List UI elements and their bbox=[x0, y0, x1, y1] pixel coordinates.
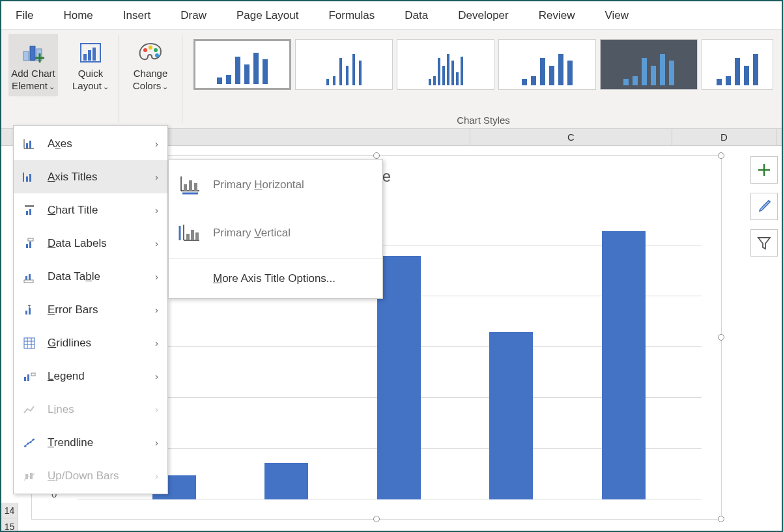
svg-rect-59 bbox=[191, 230, 194, 240]
chart-filter-button[interactable] bbox=[750, 229, 778, 257]
row-header-15[interactable]: 15 bbox=[1, 519, 18, 532]
svg-rect-1 bbox=[30, 46, 35, 61]
menu-up-down-bars: Up/Down Bars › bbox=[14, 459, 167, 492]
menu-data-table[interactable]: Data Table › bbox=[14, 260, 167, 293]
col-header-c[interactable]: C bbox=[470, 129, 672, 145]
tab-formulas[interactable]: Formulas bbox=[327, 5, 376, 26]
svg-rect-6 bbox=[83, 54, 87, 61]
menu-chart-title[interactable]: Chart Title › bbox=[14, 193, 167, 227]
ribbon-content: Add Chart Element⌄ Quick Layout⌄ bbox=[1, 30, 782, 129]
chevron-right-icon: › bbox=[155, 337, 158, 348]
tab-file[interactable]: File bbox=[14, 5, 35, 26]
menu-gridlines[interactable]: Gridlines › bbox=[14, 326, 167, 359]
chevron-right-icon: › bbox=[155, 304, 158, 315]
svg-rect-30 bbox=[24, 280, 33, 283]
tab-review[interactable]: Review bbox=[537, 5, 577, 26]
gridlines-icon bbox=[20, 336, 38, 350]
svg-rect-27 bbox=[28, 238, 33, 241]
submenu-more-options[interactable]: More Axis Title Options... bbox=[169, 260, 382, 297]
svg-rect-8 bbox=[93, 48, 96, 61]
svg-rect-42 bbox=[31, 373, 35, 376]
svg-line-47 bbox=[24, 439, 35, 447]
tab-draw[interactable]: Draw bbox=[179, 5, 208, 26]
svg-rect-22 bbox=[25, 205, 34, 207]
funnel-icon bbox=[756, 234, 773, 251]
svg-rect-35 bbox=[24, 338, 35, 348]
svg-rect-7 bbox=[88, 50, 91, 61]
chart-style-6[interactable] bbox=[702, 39, 773, 90]
svg-rect-32 bbox=[29, 308, 31, 315]
ribbon-tabs: File Home Insert Draw Page Layout Formul… bbox=[1, 1, 782, 30]
svg-point-9 bbox=[143, 48, 147, 52]
svg-rect-0 bbox=[23, 51, 29, 61]
add-chart-element-button[interactable]: Add Chart Element⌄ bbox=[8, 34, 58, 96]
chart-style-1[interactable] bbox=[193, 39, 291, 90]
col-header-d[interactable]: D bbox=[672, 129, 776, 145]
svg-point-10 bbox=[149, 46, 152, 49]
change-colors-button[interactable]: Change Colors⌄ bbox=[130, 34, 171, 96]
chevron-right-icon: › bbox=[155, 404, 158, 415]
chart-elements-button[interactable] bbox=[750, 156, 778, 184]
tab-view[interactable]: View bbox=[603, 5, 630, 26]
add-chart-element-icon bbox=[20, 38, 47, 68]
chart-style-5[interactable] bbox=[600, 39, 698, 90]
submenu-primary-vertical[interactable]: Primary Vertical bbox=[169, 209, 382, 257]
svg-rect-53 bbox=[189, 180, 192, 191]
tab-home[interactable]: Home bbox=[62, 5, 94, 26]
chevron-right-icon: › bbox=[155, 470, 158, 481]
up-down-bars-icon bbox=[20, 469, 38, 483]
axis-titles-submenu: Primary Horizontal Primary Vertical More… bbox=[168, 159, 383, 299]
data-table-icon bbox=[20, 270, 38, 284]
svg-rect-60 bbox=[195, 232, 199, 240]
lines-icon bbox=[20, 402, 38, 417]
svg-rect-29 bbox=[29, 274, 31, 280]
svg-point-12 bbox=[155, 53, 159, 57]
svg-rect-40 bbox=[24, 377, 26, 381]
chart-styles-button[interactable] bbox=[750, 193, 778, 220]
tab-page-layout[interactable]: Page Layout bbox=[235, 5, 300, 26]
chart-style-4[interactable] bbox=[498, 39, 596, 90]
submenu-primary-horizontal[interactable]: Primary Horizontal bbox=[169, 161, 382, 209]
chart-style-3[interactable] bbox=[397, 39, 494, 90]
svg-rect-26 bbox=[29, 242, 31, 248]
quick-layout-label1: Quick bbox=[78, 68, 103, 79]
menu-trendline[interactable]: Trendline › bbox=[14, 426, 167, 459]
svg-rect-52 bbox=[184, 184, 187, 191]
svg-rect-16 bbox=[29, 141, 31, 148]
menu-data-labels[interactable]: Data Labels › bbox=[14, 227, 167, 260]
menu-error-bars[interactable]: Error Bars › bbox=[14, 293, 167, 326]
svg-rect-20 bbox=[29, 174, 31, 182]
chevron-right-icon: › bbox=[155, 238, 158, 249]
quick-layout-label2: Layout bbox=[72, 80, 102, 91]
axis-titles-icon bbox=[20, 170, 38, 184]
palette-icon bbox=[136, 38, 165, 68]
chart-style-2[interactable] bbox=[295, 39, 393, 90]
svg-rect-54 bbox=[194, 183, 197, 191]
data-labels-icon bbox=[20, 236, 38, 251]
tab-data[interactable]: Data bbox=[403, 5, 429, 26]
menu-axes[interactable]: Axes › bbox=[14, 127, 167, 160]
axes-icon bbox=[20, 137, 38, 151]
tab-insert[interactable]: Insert bbox=[122, 5, 152, 26]
svg-rect-58 bbox=[186, 234, 190, 240]
add-chart-element-menu: Axes › Axis Titles › Chart Title › Data … bbox=[13, 125, 168, 494]
plus-icon bbox=[756, 161, 773, 178]
menu-legend[interactable]: Legend › bbox=[14, 359, 167, 393]
svg-point-11 bbox=[154, 48, 158, 52]
svg-rect-15 bbox=[26, 143, 28, 148]
add-chart-element-label2: Element bbox=[12, 80, 48, 91]
add-chart-element-label1: Add Chart bbox=[11, 68, 55, 79]
trendline-icon bbox=[20, 436, 38, 450]
row-header-14[interactable]: 14 bbox=[1, 503, 18, 519]
change-colors-label2: Colors bbox=[133, 80, 161, 91]
chevron-right-icon: › bbox=[155, 371, 158, 382]
chevron-right-icon: › bbox=[155, 138, 158, 149]
menu-axis-titles[interactable]: Axis Titles › bbox=[14, 160, 167, 193]
primary-horizontal-icon bbox=[175, 174, 204, 196]
quick-layout-icon bbox=[77, 38, 104, 68]
primary-vertical-icon bbox=[175, 222, 204, 244]
change-colors-label1: Change bbox=[134, 68, 168, 79]
svg-rect-41 bbox=[27, 374, 29, 381]
quick-layout-button[interactable]: Quick Layout⌄ bbox=[70, 34, 111, 96]
tab-developer[interactable]: Developer bbox=[457, 5, 510, 26]
